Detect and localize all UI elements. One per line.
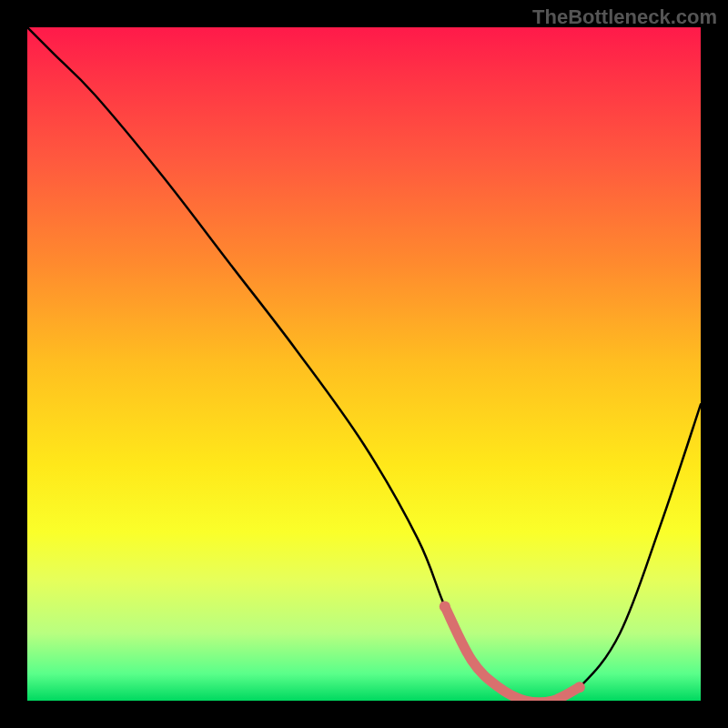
watermark-label: TheBottleneck.com (532, 5, 717, 29)
optimal-segment-start-dot (440, 601, 450, 612)
optimal-segment-end-dot (574, 682, 585, 693)
optimal-segment-highlight (445, 606, 580, 701)
chart-plot-area (27, 27, 701, 701)
chart-svg (27, 27, 701, 701)
bottleneck-curve-line (27, 27, 701, 701)
